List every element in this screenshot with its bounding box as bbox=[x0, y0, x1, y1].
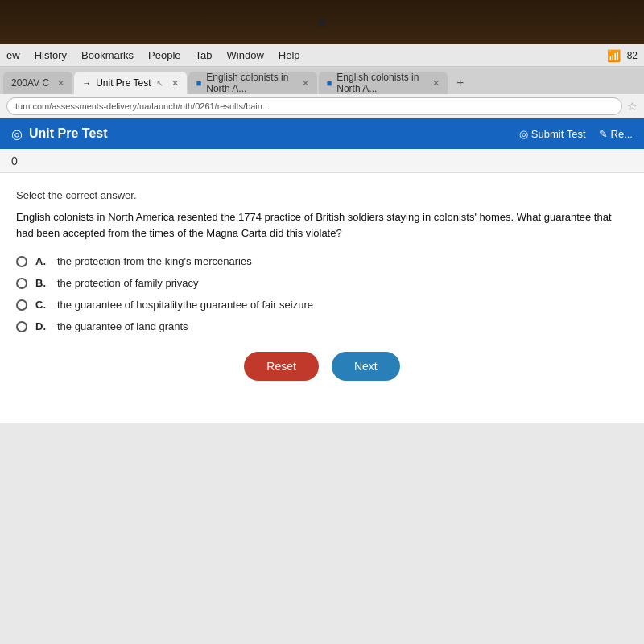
new-tab-button[interactable]: + bbox=[449, 72, 472, 94]
tab-unit-pre-test[interactable]: → Unit Pre Test ↖ ✕ bbox=[74, 72, 186, 94]
tab-200av[interactable]: 200AV C ✕ bbox=[3, 72, 72, 94]
option-d[interactable]: D. the guarantee of land grants bbox=[16, 320, 628, 332]
tab-english-1-close[interactable]: ✕ bbox=[302, 78, 309, 89]
option-b-radio[interactable] bbox=[16, 278, 27, 289]
battery-text: 82 bbox=[627, 50, 638, 61]
report-label: Re... bbox=[611, 128, 633, 140]
tab-english-2-label: English colonists in North A... bbox=[336, 72, 423, 94]
tab-200av-label: 200AV C bbox=[11, 77, 49, 89]
tab-english-1-label: English colonists in North A... bbox=[206, 72, 293, 94]
submit-label: Submit Test bbox=[531, 128, 586, 140]
app-header: ◎ Unit Pre Test ◎ Submit Test ✎ Re... bbox=[0, 118, 644, 149]
option-c-label: C. bbox=[35, 299, 46, 311]
app-header-icon: ◎ bbox=[11, 126, 23, 142]
tab-english-2-icon: ■ bbox=[327, 78, 332, 88]
buttons-row: Reset Next bbox=[16, 352, 628, 381]
tab-unit-pre-test-icon: → bbox=[82, 78, 91, 88]
content-wrapper: ◎ Unit Pre Test ◎ Submit Test ✎ Re... 0 … bbox=[0, 118, 644, 644]
tab-english-1[interactable]: ■ English colonists in North A... ✕ bbox=[188, 72, 317, 94]
option-d-text: the guarantee of land grants bbox=[57, 320, 188, 332]
question-text: English colonists in North America resen… bbox=[16, 209, 628, 241]
next-button[interactable]: Next bbox=[332, 352, 400, 381]
menu-bar-right: 📶 82 bbox=[607, 49, 638, 62]
app-header-title: Unit Pre Test bbox=[29, 126, 519, 141]
wifi-icon: 📶 bbox=[607, 49, 621, 62]
instruction-text: Select the correct answer. bbox=[16, 189, 628, 201]
option-d-label: D. bbox=[35, 320, 46, 332]
option-a-label: A. bbox=[35, 255, 46, 267]
camera-bar bbox=[0, 0, 644, 44]
menu-item-bookmarks[interactable]: Bookmarks bbox=[81, 49, 134, 61]
address-bar: tum.com/assessments-delivery/ua/launch/n… bbox=[0, 94, 644, 118]
cursor-icon: ↖ bbox=[156, 78, 163, 89]
option-a[interactable]: A. the protection from the king's mercen… bbox=[16, 255, 628, 267]
options-list: A. the protection from the king's mercen… bbox=[16, 255, 628, 332]
submit-icon: ◎ bbox=[519, 128, 528, 140]
tab-unit-pre-test-close[interactable]: ✕ bbox=[171, 78, 179, 89]
tab-english-1-icon: ■ bbox=[196, 78, 202, 88]
option-b-label: B. bbox=[35, 277, 46, 289]
menu-item-ew[interactable]: ew bbox=[6, 49, 20, 61]
camera-dot bbox=[318, 19, 326, 27]
report-button[interactable]: ✎ Re... bbox=[599, 128, 633, 140]
tab-200av-close[interactable]: ✕ bbox=[57, 78, 64, 89]
option-a-radio[interactable] bbox=[16, 256, 27, 267]
menu-item-help[interactable]: Help bbox=[279, 49, 300, 61]
tab-english-2-close[interactable]: ✕ bbox=[432, 78, 440, 89]
main-content: Select the correct answer. English colon… bbox=[0, 173, 644, 423]
menu-item-tab[interactable]: Tab bbox=[196, 49, 213, 61]
app-header-actions: ◎ Submit Test ✎ Re... bbox=[519, 128, 633, 140]
menu-item-people[interactable]: People bbox=[148, 49, 180, 61]
option-a-text: the protection from the king's mercenari… bbox=[57, 255, 252, 267]
report-icon: ✎ bbox=[599, 128, 608, 140]
menu-bar: ew History Bookmarks People Tab Window H… bbox=[0, 44, 644, 67]
option-b-text: the protection of family privacy bbox=[57, 277, 199, 289]
menu-item-window[interactable]: Window bbox=[227, 49, 264, 61]
option-d-radio[interactable] bbox=[16, 321, 27, 332]
reset-button[interactable]: Reset bbox=[244, 352, 319, 381]
tab-bar: 200AV C ✕ → Unit Pre Test ↖ ✕ ■ English … bbox=[0, 67, 644, 94]
option-b[interactable]: B. the protection of family privacy bbox=[16, 277, 628, 289]
question-num-bar: 0 bbox=[0, 149, 644, 173]
option-c-radio[interactable] bbox=[16, 299, 27, 311]
question-number: 0 bbox=[11, 155, 18, 167]
bookmark-icon[interactable]: ☆ bbox=[627, 100, 638, 113]
menu-item-history[interactable]: History bbox=[35, 49, 67, 61]
address-input[interactable]: tum.com/assessments-delivery/ua/launch/n… bbox=[6, 97, 622, 115]
submit-test-button[interactable]: ◎ Submit Test bbox=[519, 128, 586, 140]
address-url: tum.com/assessments-delivery/ua/launch/n… bbox=[15, 101, 270, 111]
option-c-text: the guarantee of hospitalitythe guarante… bbox=[57, 299, 313, 311]
tab-english-2[interactable]: ■ English colonists in North A... ✕ bbox=[319, 72, 448, 94]
option-c[interactable]: C. the guarantee of hospitalitythe guara… bbox=[16, 299, 628, 311]
tab-unit-pre-test-label: Unit Pre Test bbox=[96, 77, 151, 89]
bottom-area bbox=[0, 423, 644, 645]
